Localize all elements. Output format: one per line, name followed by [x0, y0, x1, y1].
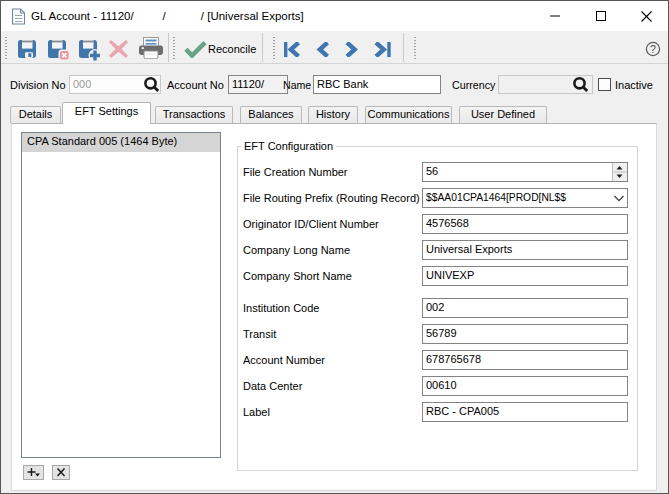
svg-text:?: ?: [650, 43, 656, 55]
